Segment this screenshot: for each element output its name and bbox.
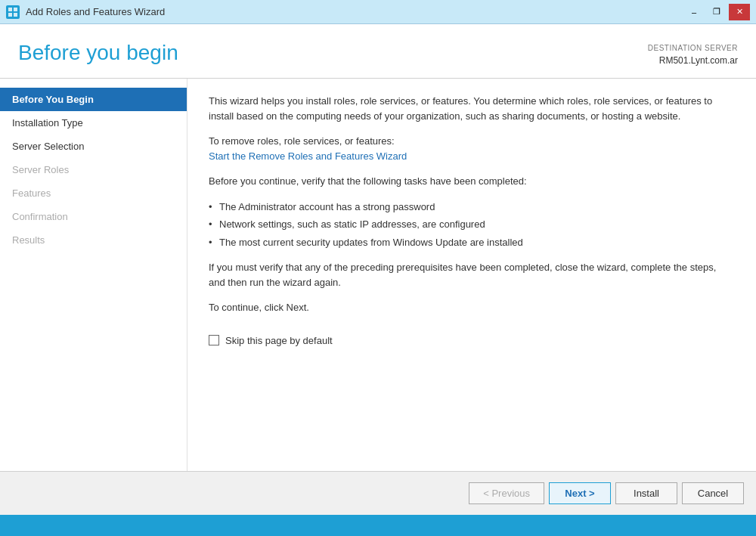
wizard-main-content: This wizard helps you install roles, rol… (187, 79, 756, 471)
previous-button[interactable]: < Previous (469, 482, 544, 504)
skip-section: Skip this page by default (209, 333, 735, 349)
wizard-container: Before you begin DESTINATION SERVER RM50… (0, 24, 756, 515)
sidebar-item-confirmation: Confirmation (0, 205, 187, 228)
prerequisite-note: If you must verify that any of the prece… (209, 260, 735, 290)
intro-text: This wizard helps you install roles, rol… (209, 94, 735, 123)
next-button[interactable]: Next > (549, 482, 611, 504)
svg-rect-2 (8, 13, 12, 17)
destination-label: DESTINATION SERVER (648, 42, 738, 54)
app-icon (6, 5, 20, 19)
svg-rect-3 (14, 13, 17, 17)
destination-server: RM501.Lynt.com.ar (648, 54, 738, 67)
wizard-header: Before you begin DESTINATION SERVER RM50… (0, 24, 756, 79)
verify-heading: Before you continue, verify that the fol… (209, 174, 735, 189)
install-button[interactable]: Install (615, 482, 677, 504)
sidebar-item-installation-type[interactable]: Installation Type (0, 111, 187, 135)
wizard-body: Before You Begin Installation Type Serve… (0, 79, 756, 471)
remove-link[interactable]: Start the Remove Roles and Features Wiza… (209, 150, 407, 162)
continue-note: To continue, click Next. (209, 300, 735, 315)
remove-heading: To remove roles, role services, or featu… (209, 134, 735, 163)
title-bar: Add Roles and Features Wizard – ❐ ✕ (0, 0, 756, 24)
window-title: Add Roles and Features Wizard (26, 6, 165, 17)
sidebar-item-results: Results (0, 228, 187, 252)
bullet-item-2: Network settings, such as static IP addr… (209, 217, 735, 232)
status-bar (0, 515, 756, 536)
bullet-item-1: The Administrator account has a strong p… (209, 200, 735, 215)
title-bar-left: Add Roles and Features Wizard (6, 5, 165, 19)
wizard-footer: < Previous Next > Install Cancel (0, 471, 756, 515)
restore-button[interactable]: ❐ (706, 4, 727, 20)
wizard-sidebar: Before You Begin Installation Type Serve… (0, 79, 187, 471)
skip-label[interactable]: Skip this page by default (225, 333, 333, 349)
sidebar-item-server-selection[interactable]: Server Selection (0, 135, 187, 158)
sidebar-item-features: Features (0, 181, 187, 205)
destination-info: DESTINATION SERVER RM501.Lynt.com.ar (648, 42, 738, 67)
bullet-item-3: The most current security updates from W… (209, 235, 735, 250)
skip-checkbox[interactable] (209, 335, 219, 345)
sidebar-item-before-you-begin[interactable]: Before You Begin (0, 88, 187, 111)
cancel-button[interactable]: Cancel (682, 482, 744, 504)
sidebar-item-server-roles: Server Roles (0, 158, 187, 181)
page-title: Before you begin (18, 41, 178, 65)
minimize-button[interactable]: – (683, 4, 705, 20)
svg-rect-0 (8, 8, 12, 11)
close-button[interactable]: ✕ (729, 4, 750, 20)
window-controls: – ❐ ✕ (683, 4, 750, 20)
bullet-list: The Administrator account has a strong p… (209, 200, 735, 250)
svg-rect-1 (14, 8, 17, 11)
